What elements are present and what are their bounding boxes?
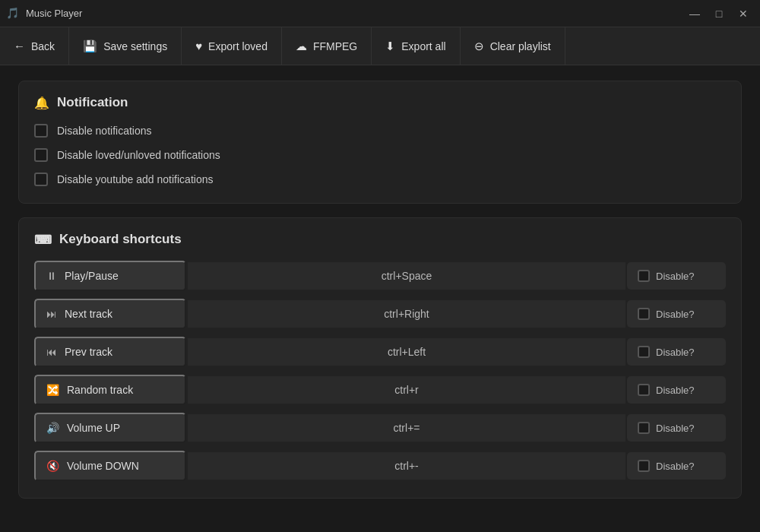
- shortcut-row-playpause: ⏸ Play/Pause ctrl+Space Disable?: [34, 261, 726, 291]
- volumedown-action-button[interactable]: 🔇 Volume DOWN: [34, 451, 186, 481]
- playpause-label: Play/Pause: [65, 270, 119, 282]
- window-controls: — □ ✕: [684, 5, 754, 22]
- checkbox-row-1: Disable loved/unloved notifications: [34, 148, 726, 162]
- playpause-icon: ⏸: [46, 270, 57, 282]
- prevtrack-key: ctrl+Left: [188, 338, 625, 366]
- shortcut-row-prevtrack: ⏮ Prev track ctrl+Left Disable?: [34, 337, 726, 367]
- nexttrack-key: ctrl+Right: [188, 300, 625, 328]
- randomtrack-disable-label: Disable?: [656, 385, 695, 396]
- clear-playlist-label: Clear playlist: [490, 40, 551, 52]
- save-settings-button[interactable]: 💾 Save settings: [69, 27, 182, 65]
- volumedown-disable[interactable]: Disable?: [627, 452, 726, 480]
- shortcut-row-nexttrack: ⏭ Next track ctrl+Right Disable?: [34, 299, 726, 329]
- randomtrack-disable-checkbox[interactable]: [638, 384, 650, 396]
- prevtrack-icon: ⏮: [46, 346, 57, 358]
- volumeup-icon: 🔊: [46, 422, 59, 434]
- ffmpeg-label: FFMPEG: [313, 40, 357, 52]
- playpause-disable-label: Disable?: [656, 271, 695, 282]
- playpause-disable-checkbox[interactable]: [638, 270, 650, 282]
- randomtrack-action-button[interactable]: 🔀 Random track: [34, 375, 186, 405]
- prevtrack-label: Prev track: [65, 346, 112, 358]
- keyboard-icon: ⌨: [34, 233, 52, 247]
- volumedown-key: ctrl+-: [188, 452, 625, 480]
- maximize-button[interactable]: □: [708, 5, 730, 22]
- export-loved-label: Export loved: [208, 40, 268, 52]
- volumeup-disable[interactable]: Disable?: [627, 414, 726, 442]
- volumeup-action-button[interactable]: 🔊 Volume UP: [34, 413, 186, 443]
- toolbar: ← Back 💾 Save settings ♥ Export loved ☁ …: [0, 27, 760, 65]
- minimize-button[interactable]: —: [684, 5, 705, 22]
- keyboard-shortcuts-section: ⌨ Keyboard shortcuts ⏸ Play/Pause ctrl+S…: [18, 217, 742, 499]
- checkbox-row-2: Disable youtube add notifications: [34, 173, 726, 186]
- notification-title: 🔔 Notification: [34, 95, 726, 110]
- playpause-disable[interactable]: Disable?: [627, 262, 726, 290]
- export-all-button[interactable]: ⬇ Export all: [372, 27, 460, 65]
- back-icon: ←: [14, 40, 25, 52]
- nexttrack-label: Next track: [65, 308, 112, 320]
- bell-icon: 🔔: [34, 96, 49, 110]
- title-bar: 🎵 Music Player — □ ✕: [0, 0, 760, 27]
- back-label: Back: [31, 40, 55, 52]
- checkbox-label-0: Disable notifications: [57, 125, 152, 137]
- playpause-action-button[interactable]: ⏸ Play/Pause: [34, 261, 186, 291]
- nexttrack-disable-checkbox[interactable]: [638, 308, 650, 320]
- randomtrack-disable[interactable]: Disable?: [627, 376, 726, 404]
- save-icon: 💾: [83, 40, 97, 53]
- volumedown-icon: 🔇: [46, 460, 59, 472]
- randomtrack-label: Random track: [67, 384, 133, 396]
- heart-icon: ♥: [195, 40, 202, 52]
- playpause-key: ctrl+Space: [188, 262, 625, 290]
- volumedown-disable-checkbox[interactable]: [638, 460, 650, 472]
- shortcut-row-volumedown: 🔇 Volume DOWN ctrl+- Disable?: [34, 451, 726, 481]
- close-button[interactable]: ✕: [733, 5, 754, 22]
- export-all-label: Export all: [401, 40, 445, 52]
- clear-icon: ⊖: [474, 40, 484, 53]
- download-cloud-icon: ☁: [296, 40, 307, 53]
- app-icon: 🎵: [6, 7, 20, 21]
- checkbox-disable-loved[interactable]: [34, 148, 48, 162]
- back-button[interactable]: ← Back: [0, 27, 69, 65]
- nexttrack-icon: ⏭: [46, 308, 57, 320]
- notification-section: 🔔 Notification Disable notifications Dis…: [18, 81, 742, 204]
- ffmpeg-button[interactable]: ☁ FFMPEG: [282, 27, 372, 65]
- app-title: Music Player: [26, 8, 82, 19]
- export-loved-button[interactable]: ♥ Export loved: [182, 27, 282, 65]
- export-icon: ⬇: [385, 40, 395, 53]
- volumeup-label: Volume UP: [67, 422, 120, 434]
- prevtrack-action-button[interactable]: ⏮ Prev track: [34, 337, 186, 367]
- checkbox-disable-notifications[interactable]: [34, 124, 48, 138]
- prevtrack-disable-label: Disable?: [656, 347, 695, 358]
- prevtrack-disable[interactable]: Disable?: [627, 338, 726, 366]
- checkbox-row-0: Disable notifications: [34, 124, 726, 138]
- notification-title-text: Notification: [57, 95, 128, 110]
- volumeup-key: ctrl+=: [188, 414, 625, 442]
- shortcut-row-randomtrack: 🔀 Random track ctrl+r Disable?: [34, 375, 726, 405]
- checkbox-label-2: Disable youtube add notifications: [57, 173, 213, 185]
- randomtrack-key: ctrl+r: [188, 376, 625, 404]
- nexttrack-disable-label: Disable?: [656, 309, 695, 320]
- randomtrack-icon: 🔀: [46, 384, 59, 396]
- volumedown-label: Volume DOWN: [67, 460, 139, 472]
- save-settings-label: Save settings: [103, 40, 167, 52]
- checkbox-label-1: Disable loved/unloved notifications: [57, 149, 220, 161]
- volumeup-disable-label: Disable?: [656, 423, 695, 434]
- checkbox-disable-youtube[interactable]: [34, 173, 48, 186]
- clear-playlist-button[interactable]: ⊖ Clear playlist: [461, 27, 565, 65]
- prevtrack-disable-checkbox[interactable]: [638, 346, 650, 358]
- volumedown-disable-label: Disable?: [656, 461, 695, 472]
- nexttrack-action-button[interactable]: ⏭ Next track: [34, 299, 186, 329]
- volumeup-disable-checkbox[interactable]: [638, 422, 650, 434]
- nexttrack-disable[interactable]: Disable?: [627, 300, 726, 328]
- keyboard-shortcuts-title: ⌨ Keyboard shortcuts: [34, 232, 726, 247]
- keyboard-shortcuts-title-text: Keyboard shortcuts: [59, 232, 182, 247]
- main-content: 🔔 Notification Disable notifications Dis…: [0, 65, 760, 532]
- shortcut-row-volumeup: 🔊 Volume UP ctrl+= Disable?: [34, 413, 726, 443]
- title-bar-left: 🎵 Music Player: [6, 7, 82, 21]
